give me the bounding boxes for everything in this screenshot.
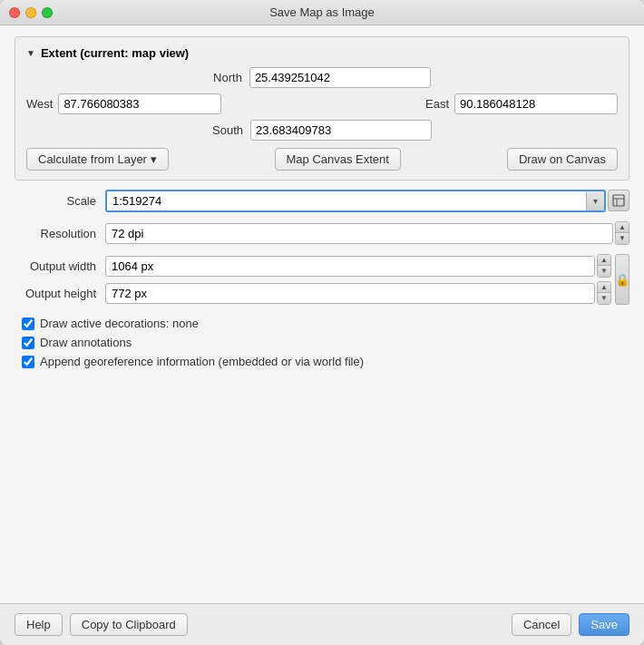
output-height-control: ▲ ▼ <box>105 281 611 305</box>
output-width-spinner: ▲ ▼ <box>597 254 611 278</box>
resolution-row: Resolution ▲ ▼ <box>15 220 629 246</box>
window-title: Save Map as Image <box>269 5 375 19</box>
titlebar: Save Map as Image <box>0 0 644 25</box>
south-row: South <box>26 120 618 141</box>
scale-dropdown-arrow[interactable]: ▾ <box>586 191 604 210</box>
output-height-row: Output height ▲ ▼ <box>15 280 611 306</box>
north-label: North <box>213 71 242 84</box>
map-canvas-extent-button[interactable]: Map Canvas Extent <box>275 148 401 171</box>
south-input[interactable] <box>250 120 432 141</box>
footer-right: Cancel Save <box>512 613 629 636</box>
resolution-down[interactable]: ▼ <box>616 233 629 244</box>
scale-input[interactable] <box>107 191 586 210</box>
scale-select-wrapper: ▾ <box>105 190 606 212</box>
svg-rect-0 <box>613 195 624 206</box>
draw-on-canvas-button[interactable]: Draw on Canvas <box>507 148 618 171</box>
north-input[interactable] <box>249 67 431 88</box>
resolution-label: Resolution <box>15 227 105 240</box>
decorations-row: Draw active decorations: none <box>22 317 629 330</box>
east-input[interactable] <box>454 93 618 114</box>
maximize-button[interactable] <box>42 7 53 18</box>
output-width-input[interactable] <box>105 256 595 277</box>
output-width-control: ▲ ▼ <box>105 254 611 278</box>
west-label: West <box>26 97 53 111</box>
scale-label: Scale <box>15 194 105 208</box>
close-button[interactable] <box>9 7 20 18</box>
scale-icon-button[interactable] <box>608 190 629 211</box>
calculate-from-layer-button[interactable]: Calculate from Layer ▾ <box>26 148 169 171</box>
height-up[interactable]: ▲ <box>598 282 610 293</box>
annotations-checkbox[interactable] <box>22 337 34 349</box>
north-row: North <box>26 67 618 88</box>
checkbox-group: Draw active decorations: none Draw annot… <box>15 317 629 368</box>
resolution-up[interactable]: ▲ <box>616 222 629 233</box>
extent-header: ▼ Extent (current: map view) <box>26 46 618 60</box>
lock-group: 🔒 <box>611 253 629 306</box>
resolution-input[interactable] <box>105 223 613 244</box>
output-width-row: Output width ▲ ▼ <box>15 253 611 279</box>
georef-label: Append georeference information (embedde… <box>40 355 364 368</box>
decorations-checkbox[interactable] <box>22 318 34 330</box>
west-group: West <box>26 93 221 114</box>
scale-control: ▾ <box>105 190 629 212</box>
help-button[interactable]: Help <box>15 613 63 636</box>
save-button[interactable]: Save <box>579 613 629 636</box>
width-down[interactable]: ▼ <box>598 266 610 277</box>
extent-section: ▼ Extent (current: map view) North West … <box>15 36 629 181</box>
resolution-control: ▲ ▼ <box>105 221 629 245</box>
resolution-spinner: ▲ ▼ <box>615 221 629 245</box>
decorations-label: Draw active decorations: none <box>40 317 199 330</box>
footer: Help Copy to Clipboard Cancel Save <box>0 603 644 645</box>
annotations-label: Draw annotations <box>40 336 132 349</box>
south-label: South <box>212 123 243 137</box>
wh-inputs: Output width ▲ ▼ Output height <box>15 253 611 306</box>
extent-title: Extent (current: map view) <box>41 46 189 60</box>
output-height-label: Output height <box>15 287 105 300</box>
annotations-row: Draw annotations <box>22 336 629 349</box>
minimize-button[interactable] <box>25 7 36 18</box>
georef-row: Append georeference information (embedde… <box>22 355 629 368</box>
main-content: ▼ Extent (current: map view) North West … <box>0 25 644 603</box>
west-input[interactable] <box>58 93 221 114</box>
georef-checkbox[interactable] <box>22 356 34 368</box>
height-down[interactable]: ▼ <box>598 293 610 304</box>
output-width-label: Output width <box>15 259 105 273</box>
east-label: East <box>425 97 449 111</box>
spacer <box>15 376 629 592</box>
main-window: Save Map as Image ▼ Extent (current: map… <box>0 0 644 645</box>
lock-button[interactable]: 🔒 <box>615 254 629 305</box>
collapse-icon[interactable]: ▼ <box>26 48 35 58</box>
extent-buttons: Calculate from Layer ▾ Map Canvas Extent… <box>26 148 618 171</box>
copy-to-clipboard-button[interactable]: Copy to Clipboard <box>70 613 188 636</box>
width-up[interactable]: ▲ <box>598 255 610 266</box>
scale-row: Scale ▾ <box>15 188 629 213</box>
output-height-input[interactable] <box>105 283 595 304</box>
west-east-row: West East <box>26 93 618 114</box>
cancel-button[interactable]: Cancel <box>512 613 571 636</box>
east-group: East <box>425 93 618 114</box>
wh-section: Output width ▲ ▼ Output height <box>15 253 629 306</box>
titlebar-buttons <box>9 7 53 18</box>
output-height-spinner: ▲ ▼ <box>597 281 611 305</box>
